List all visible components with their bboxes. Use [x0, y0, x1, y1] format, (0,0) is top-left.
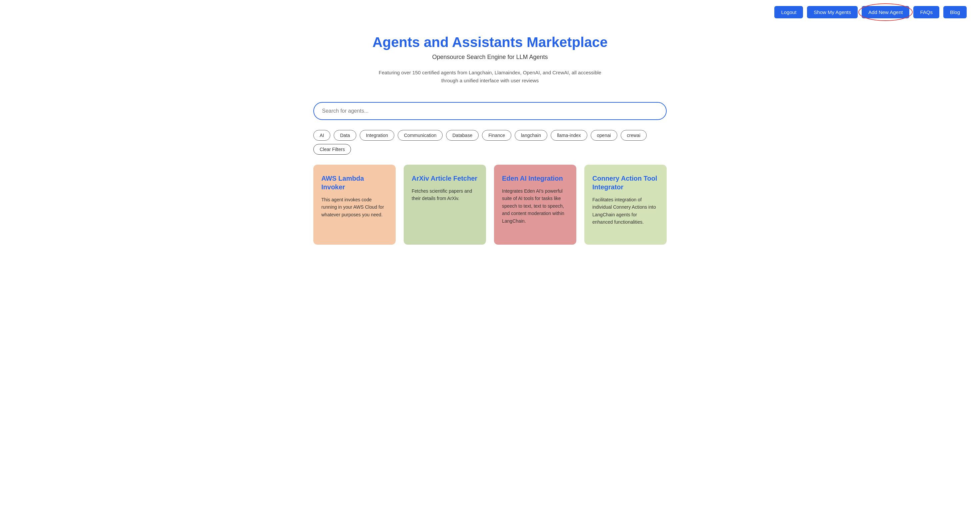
card-title: AWS Lambda Invoker — [321, 174, 388, 191]
header: Logout Show My Agents Add New Agent FAQs… — [0, 0, 980, 24]
agent-card[interactable]: AWS Lambda InvokerThis agent invokes cod… — [313, 165, 396, 245]
faqs-button[interactable]: FAQs — [913, 6, 939, 18]
card-description: Facilitates integration of individual Co… — [592, 196, 659, 226]
clear-filters-button[interactable]: Clear Filters — [313, 144, 351, 155]
card-description: Integrates Eden AI's powerful suite of A… — [502, 187, 568, 225]
add-new-agent-wrapper: Add New Agent — [862, 6, 909, 18]
filter-tag[interactable]: Data — [334, 130, 356, 141]
search-input[interactable] — [313, 102, 667, 120]
filter-tag[interactable]: Database — [446, 130, 479, 141]
filter-tag[interactable]: Integration — [360, 130, 395, 141]
filter-tag[interactable]: AI — [313, 130, 330, 141]
hero-subtitle: Opensource Search Engine for LLM Agents — [7, 54, 973, 61]
card-description: This agent invokes code running in your … — [321, 196, 388, 218]
filters-container: AIDataIntegrationCommunicationDatabaseFi… — [307, 130, 673, 155]
hero-section: Agents and Assistants Marketplace Openso… — [0, 24, 980, 102]
filter-tag[interactable]: crewai — [620, 130, 647, 141]
filter-tag[interactable]: openai — [591, 130, 617, 141]
agent-card[interactable]: Eden AI IntegrationIntegrates Eden AI's … — [494, 165, 576, 245]
logout-button[interactable]: Logout — [774, 6, 803, 18]
hero-description: Featuring over 150 certified agents from… — [377, 68, 603, 84]
filter-tag[interactable]: Communication — [398, 130, 443, 141]
agent-card[interactable]: Connery Action Tool IntegratorFacilitate… — [584, 165, 667, 245]
card-description: Fetches scientific papers and their deta… — [412, 187, 478, 202]
cards-grid: AWS Lambda InvokerThis agent invokes cod… — [307, 165, 673, 258]
search-container — [307, 102, 673, 120]
blog-button[interactable]: Blog — [943, 6, 967, 18]
agent-card[interactable]: ArXiv Article FetcherFetches scientific … — [404, 165, 486, 245]
filter-tag[interactable]: llama-index — [550, 130, 587, 141]
page-title: Agents and Assistants Marketplace — [7, 34, 973, 50]
filter-tag[interactable]: Finance — [482, 130, 511, 141]
add-new-agent-button[interactable]: Add New Agent — [862, 6, 909, 18]
card-title: Eden AI Integration — [502, 174, 568, 183]
card-title: Connery Action Tool Integrator — [592, 174, 659, 191]
card-title: ArXiv Article Fetcher — [412, 174, 478, 183]
filter-tag[interactable]: langchain — [515, 130, 547, 141]
show-my-agents-button[interactable]: Show My Agents — [807, 6, 858, 18]
